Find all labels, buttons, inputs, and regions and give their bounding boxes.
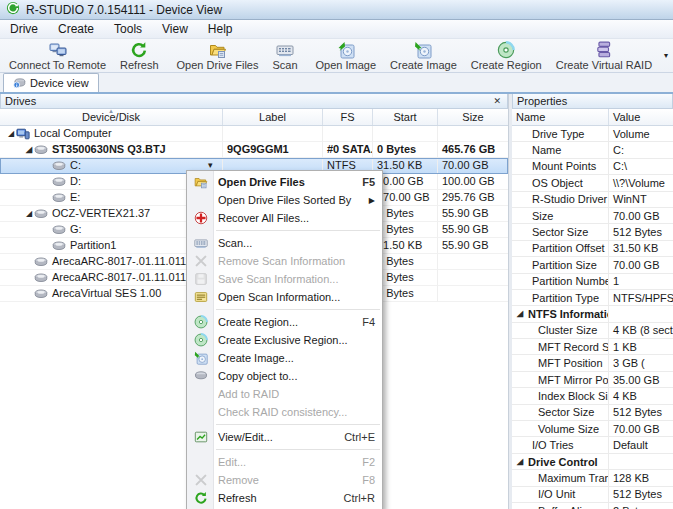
drive-label: E:	[67, 190, 80, 205]
blank-icon	[194, 405, 208, 419]
menu-item-label: Copy object to...	[218, 370, 375, 382]
menu-view[interactable]: View	[152, 20, 198, 38]
cell-size: 100.00 GB	[438, 174, 508, 190]
drive-row-st3500630ns-q3-btj[interactable]: ◢ST3500630NS Q3.BTJ9QG9GGM1#0 SATA...0 B…	[0, 142, 508, 158]
cell-size: 465.76 GB	[438, 142, 508, 158]
property-value: 1 KB	[609, 339, 673, 354]
open-drive-files-button[interactable]: Open Drive Files	[170, 40, 266, 71]
properties-header-name[interactable]: Name	[512, 109, 609, 125]
properties-panel: Properties Name Value Drive TypeVolumeNa…	[512, 94, 673, 509]
properties-header-value[interactable]: Value	[609, 109, 673, 125]
property-name: Size	[532, 210, 553, 222]
submenu-arrow-icon: ▶	[369, 196, 375, 205]
menu-item-open-drive-files-sorted-by[interactable]: Open Drive Files Sorted By▶	[187, 191, 382, 209]
property-name: Buffer Alignment	[538, 505, 609, 509]
property-row-partition-number: Partition Number1	[512, 274, 673, 290]
open-image-button[interactable]: Open Image	[309, 40, 384, 71]
scan-button[interactable]: Scan	[265, 40, 304, 71]
property-row-drive-type: Drive TypeVolume	[512, 126, 673, 142]
menu-item-create-region[interactable]: Create Region...F4	[187, 313, 382, 331]
property-row-index-block-size: Index Block Size4 KB	[512, 388, 673, 404]
open-image-icon	[337, 41, 355, 59]
create-image-button[interactable]: Create Image	[383, 40, 464, 71]
create-virtual-raid-dropdown[interactable]: ▾	[659, 40, 673, 71]
menu-item-label: Create Region...	[218, 316, 354, 328]
property-row-sector-size: Sector Size512 Bytes	[512, 405, 673, 421]
drives-column-headers: ▴Device/DiskLabelFSStartSize	[0, 109, 508, 126]
property-value: C:\	[609, 159, 673, 174]
menu-item-label: Recover All Files...	[218, 212, 375, 224]
property-value: 512 Bytes	[609, 224, 673, 239]
refresh-button[interactable]: Refresh	[113, 40, 166, 71]
property-value: 2 Bytes	[609, 503, 673, 509]
cell-size	[438, 286, 508, 302]
connect-remote-icon	[49, 41, 67, 59]
property-value: 4 KB (8 sectors)	[609, 323, 673, 338]
cell-size	[438, 254, 508, 270]
property-name: R-Studio Driver	[532, 193, 607, 205]
menu-drive[interactable]: Drive	[0, 20, 48, 38]
connect-to-remote-button[interactable]: Connect To Remote	[2, 40, 113, 71]
property-row-partition-size: Partition Size70.00 GB	[512, 257, 673, 273]
menu-item-label: Open Drive Files Sorted By	[218, 194, 369, 206]
property-name: Partition Number	[532, 275, 609, 287]
expander-icon[interactable]: ◢	[517, 309, 523, 318]
cell-size: 55.90 GB	[438, 206, 508, 222]
menu-tools[interactable]: Tools	[104, 20, 152, 38]
create-virtual-raid-button[interactable]: Create Virtual RAID	[549, 40, 659, 71]
expander-icon[interactable]: ◢	[24, 206, 34, 221]
column-header-size[interactable]: Size	[438, 109, 509, 125]
drive-label: ArecaARC-8017-.01.11.0111	[49, 254, 191, 269]
column-header-fs[interactable]: FS	[323, 109, 373, 125]
column-header-label[interactable]: Label	[223, 109, 323, 125]
property-value	[609, 306, 673, 321]
drives-panel-title: Drives ✕	[0, 94, 508, 109]
menu-item-label: Scan...	[218, 237, 375, 249]
save-icon	[194, 272, 208, 286]
create-region-button[interactable]: Create Region	[464, 40, 549, 71]
disk-icon	[34, 271, 48, 285]
property-name: Mount Points	[532, 160, 596, 172]
property-value	[609, 454, 673, 469]
property-value: WinNT	[609, 192, 673, 207]
menu-item-open-scan-information[interactable]: Open Scan Information...	[187, 288, 382, 306]
menu-item-scan[interactable]: Scan...	[187, 234, 382, 252]
property-value: C:	[609, 142, 673, 157]
expander-icon[interactable]: ◢	[6, 126, 16, 141]
expander-icon[interactable]: ◢	[24, 142, 34, 157]
property-row-mount-points: Mount PointsC:\	[512, 159, 673, 175]
property-row-size: Size70.00 GB	[512, 208, 673, 224]
property-value: 512 Bytes	[609, 487, 673, 502]
property-value: \\?\Volume	[609, 175, 673, 190]
drive-row-local-computer[interactable]: ◢Local Computer	[0, 126, 508, 142]
disk-icon	[52, 159, 66, 173]
cell-fs: #0 SATA...	[323, 142, 373, 158]
raid-icon	[595, 41, 613, 59]
column-header-device-disk[interactable]: ▴Device/Disk	[0, 109, 223, 125]
close-icon[interactable]: ✕	[491, 96, 503, 106]
menu-item-create-image[interactable]: Create Image...	[187, 349, 382, 367]
menu-item-open-drive-files[interactable]: Open Drive FilesF5	[187, 173, 382, 191]
property-row-maximum-transfer: Maximum Transfer128 KB	[512, 470, 673, 486]
menu-help[interactable]: Help	[198, 20, 243, 38]
menu-item-copy-object-to[interactable]: Copy object to...	[187, 367, 382, 385]
toolbar-button-label: Open Drive Files	[177, 59, 259, 71]
menu-create[interactable]: Create	[48, 20, 104, 38]
property-name: MFT Record Size	[538, 341, 609, 353]
menu-item-label: Save Scan Information...	[218, 273, 375, 285]
menu-item-refresh[interactable]: RefreshCtrl+R	[187, 489, 382, 507]
menu-item-create-exclusive-region[interactable]: Create Exclusive Region...	[187, 331, 382, 349]
toolbar-button-label: Create Image	[390, 59, 457, 71]
expander-icon[interactable]: ◢	[517, 457, 523, 466]
property-name: Partition Type	[532, 292, 599, 304]
column-header-start[interactable]: Start	[373, 109, 438, 125]
menu-item-recover-all-files[interactable]: Recover All Files...	[187, 209, 382, 227]
property-row-os-object: OS Object\\?\Volume	[512, 175, 673, 191]
cell-size	[438, 126, 508, 142]
menu-item-view-edit[interactable]: View/Edit...Ctrl+E	[187, 428, 382, 446]
column-header-label: Start	[393, 111, 416, 123]
tab-device-view[interactable]: Device view	[3, 73, 99, 92]
open-scan-icon	[194, 290, 208, 304]
property-value: 70.00 GB	[609, 208, 673, 223]
column-header-label: Label	[259, 111, 286, 123]
